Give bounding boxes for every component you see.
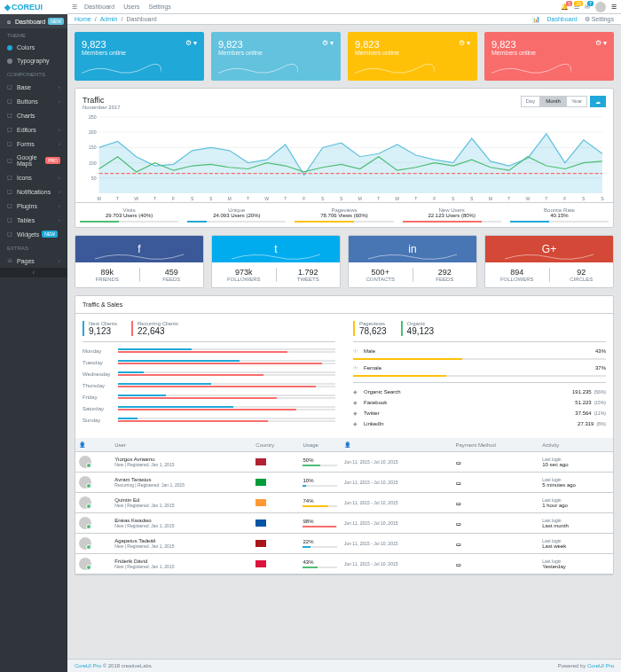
sidebar-item-base[interactable]: ◻Base‹ bbox=[0, 80, 67, 94]
topnav-settings[interactable]: Settings bbox=[149, 4, 171, 10]
range-day[interactable]: Day bbox=[521, 96, 541, 107]
svg-text:100: 100 bbox=[89, 160, 97, 166]
traffic-sub: November 2017 bbox=[83, 105, 121, 110]
stat-value: 9,823 bbox=[355, 39, 470, 50]
sidebar-item-plugins[interactable]: ◻Plugins‹ bbox=[0, 199, 67, 213]
breadcrumb-admin[interactable]: Admin bbox=[100, 16, 118, 22]
svg-text:S: S bbox=[582, 196, 586, 201]
gear-icon[interactable]: ⚙ ▾ bbox=[185, 39, 197, 47]
stat-card-0: 9,823 Members online ⚙ ▾ bbox=[75, 32, 204, 81]
user-avatar[interactable] bbox=[595, 2, 606, 12]
sidebar-item-icons[interactable]: ◻Icons‹ bbox=[0, 170, 67, 184]
svg-text:S: S bbox=[340, 196, 343, 201]
sidebar-item-editors[interactable]: ◻Editors‹ bbox=[0, 122, 67, 137]
payment-icon: ▭ bbox=[456, 501, 461, 506]
hamburger-right-icon[interactable]: ☰ bbox=[611, 4, 617, 11]
footer-left-link[interactable]: CoreUI Pro bbox=[75, 663, 101, 668]
svg-text:F: F bbox=[433, 196, 436, 201]
svg-text:S: S bbox=[191, 196, 194, 201]
social-icon: t bbox=[212, 236, 340, 262]
gear-icon[interactable]: ⚙ ▾ bbox=[595, 39, 607, 47]
sidebar-item-widgets[interactable]: ◻WidgetsNEW bbox=[0, 227, 67, 241]
envelope-icon[interactable]: ✉7 bbox=[585, 4, 590, 11]
flag-icon bbox=[255, 479, 266, 486]
sidebar-item-tables[interactable]: ◻Tables‹ bbox=[0, 213, 67, 227]
gender-row: ☉Female37% bbox=[353, 364, 606, 371]
footer-stat: Visits29.703 Users (40%) bbox=[75, 203, 183, 227]
table-header: Activity bbox=[538, 438, 613, 452]
source-row: ◈LinkedIn27.319(8%) bbox=[353, 420, 606, 426]
download-icon[interactable]: ☁ bbox=[590, 96, 606, 107]
day-row: Monday bbox=[83, 348, 335, 354]
table-header: 👤 bbox=[341, 438, 452, 452]
user-avatar-icon bbox=[79, 496, 91, 509]
brand-logo[interactable]: ◆COREUI bbox=[0, 0, 67, 14]
breadcrumb-home[interactable]: Home bbox=[75, 16, 91, 22]
nav-title-extras: EXTRAS bbox=[0, 241, 67, 254]
payment-icon: ▭ bbox=[456, 542, 461, 547]
sidebar-item-dashboard[interactable]: ⌾ Dashboard NEW bbox=[0, 14, 67, 28]
sidebar-item-pages[interactable]: ☆Pages‹ bbox=[0, 254, 67, 268]
gear-icon[interactable]: ⚙ ▾ bbox=[322, 39, 334, 47]
svg-text:W: W bbox=[525, 196, 530, 201]
flag-icon bbox=[255, 540, 266, 547]
nav-title-theme: THEME bbox=[0, 28, 67, 41]
footer-stat: Bounce Rate40.15% bbox=[506, 203, 613, 227]
social-icon: f bbox=[75, 236, 203, 262]
svg-text:S: S bbox=[209, 196, 213, 201]
svg-text:T: T bbox=[284, 196, 287, 201]
range-year[interactable]: Year bbox=[566, 96, 587, 107]
source-row: ◈Organic Search191.235(56%) bbox=[353, 388, 606, 395]
traffic-chart: 25020015010050MTWTFSSMTWTFSSMTWTFSSMTWTF… bbox=[83, 113, 606, 202]
breadcrumb-link-dashboard[interactable]: Dashboard bbox=[547, 16, 578, 23]
sidebar-item-buttons[interactable]: ◻Buttons‹ bbox=[0, 94, 67, 108]
day-row: Wednesday bbox=[83, 371, 335, 377]
svg-text:W: W bbox=[264, 196, 269, 201]
social-card-fb: f 89kFRIENDS 459FEEDS bbox=[75, 235, 204, 288]
sidebar-item-colors[interactable]: Colors bbox=[0, 41, 67, 54]
svg-text:T: T bbox=[545, 196, 547, 201]
sidebar-item-forms[interactable]: ◻Forms‹ bbox=[0, 137, 67, 151]
sidebar-item-charts[interactable]: ◻Charts bbox=[0, 108, 67, 122]
svg-text:T: T bbox=[116, 196, 119, 201]
svg-text:T: T bbox=[247, 196, 249, 201]
table-row[interactable]: Agapetus TadeášNew | Registered: Jan 1, … bbox=[75, 534, 613, 554]
users-table: 👤UserCountryUsage👤Payment MethodActivity… bbox=[75, 438, 613, 574]
svg-text:S: S bbox=[601, 196, 604, 201]
list-icon[interactable]: ☳15 bbox=[574, 4, 579, 11]
payment-icon: ▭ bbox=[456, 460, 461, 465]
gear-icon[interactable]: ⚙ ▾ bbox=[459, 39, 470, 47]
sidebar-minimizer[interactable]: ‹ bbox=[0, 268, 67, 277]
table-header: Payment Method bbox=[452, 438, 539, 452]
topnav-dashboard[interactable]: Dashboard bbox=[84, 4, 114, 10]
sidebar-item-google-maps[interactable]: ◻Google MapsPRO bbox=[0, 151, 67, 170]
svg-text:T: T bbox=[507, 196, 510, 201]
table-row[interactable]: Friderik DávidNew | Registered: Jan 1, 2… bbox=[75, 554, 613, 574]
breadcrumb-graph-icon[interactable]: 📊 bbox=[532, 16, 540, 23]
day-row: Saturday bbox=[83, 405, 335, 411]
payment-icon: ▭ bbox=[456, 562, 461, 567]
bell-icon[interactable]: 🔔5 bbox=[561, 4, 569, 11]
traffic-sales-panel: Traffic & Sales New Clients9,123Recurrin… bbox=[75, 295, 614, 575]
table-header: Usage bbox=[299, 438, 340, 452]
hamburger-icon[interactable]: ☰ bbox=[72, 4, 77, 11]
range-month[interactable]: Month bbox=[540, 96, 566, 107]
footer-right-link[interactable]: CoreUI Pro bbox=[587, 663, 614, 668]
svg-text:M: M bbox=[358, 196, 362, 201]
sidebar-item-notifications[interactable]: ◻Notifications‹ bbox=[0, 184, 67, 199]
social-icon: in bbox=[349, 236, 476, 262]
svg-text:50: 50 bbox=[91, 176, 97, 181]
topnav-users[interactable]: Users bbox=[123, 4, 139, 10]
breadcrumb-link-settings[interactable]: Settings bbox=[592, 16, 614, 22]
sidebar-item-typography[interactable]: Typography bbox=[0, 54, 67, 67]
table-row[interactable]: Yiorgos AvraamuNew | Registered: Jan 1, … bbox=[75, 452, 613, 473]
footer-stat: Unique24.093 Users (20%) bbox=[183, 203, 290, 227]
table-row[interactable]: Avram TarasiosRecurring | Registered: Ja… bbox=[75, 473, 613, 493]
table-row[interactable]: Quintin EdNew | Registered: Jan 1, 2015 … bbox=[75, 493, 613, 513]
table-row[interactable]: Enéas KwadwoNew | Registered: Jan 1, 201… bbox=[75, 513, 613, 534]
user-avatar-icon bbox=[79, 476, 91, 488]
stat-label: Members online bbox=[82, 50, 197, 56]
table-header: Country bbox=[252, 438, 299, 452]
day-row: Thursday bbox=[83, 382, 335, 388]
social-card-tw: t 973kFOLLOWERS 1.792TWEETS bbox=[211, 235, 341, 288]
